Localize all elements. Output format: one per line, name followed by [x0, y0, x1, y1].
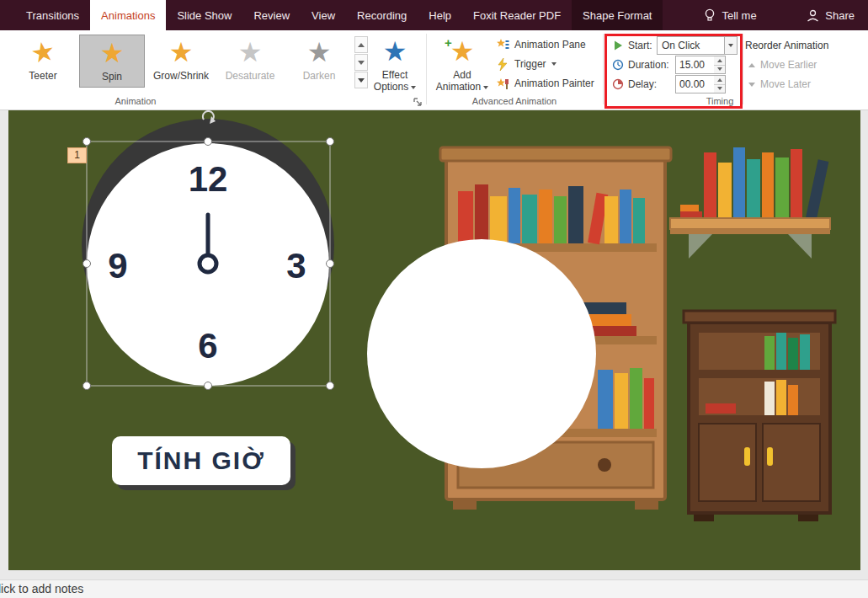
- white-circle-shape[interactable]: [367, 239, 596, 468]
- spin-label: Spin: [80, 71, 144, 83]
- tab-review[interactable]: Review: [242, 0, 301, 30]
- move-later-icon: [748, 83, 755, 87]
- resize-handle[interactable]: [83, 138, 91, 146]
- dialog-launcher-icon[interactable]: [413, 97, 423, 107]
- animation-grow-shrink-button[interactable]: ★ Grow/Shrink: [148, 35, 214, 88]
- group-separator: [603, 34, 604, 104]
- delay-spinner[interactable]: [714, 75, 726, 93]
- add-animation-label-1: Add: [434, 69, 490, 81]
- duration-spin-down[interactable]: [714, 66, 725, 74]
- effect-options-label-2: Options: [374, 81, 408, 93]
- resize-handle[interactable]: [83, 382, 91, 390]
- tell-me-label: Tell me: [722, 9, 756, 22]
- group-label-animation: Animation: [102, 96, 169, 108]
- chevron-down-icon: [483, 86, 488, 89]
- menubar: Transitions Animations Slide Show Review…: [0, 0, 868, 30]
- spin-star-icon: ★: [80, 35, 144, 71]
- start-dropdown[interactable]: On Click: [657, 36, 738, 55]
- delay-spin-down[interactable]: [714, 85, 725, 93]
- animation-pane-icon: [497, 39, 509, 51]
- darken-star-icon: ★: [286, 35, 352, 70]
- resize-handle[interactable]: [205, 382, 212, 390]
- resize-handle[interactable]: [327, 260, 334, 268]
- triangle-down-icon: [358, 61, 365, 65]
- duration-spinner[interactable]: [714, 56, 726, 74]
- delay-label: Delay:: [628, 78, 657, 90]
- desaturate-star-icon: ★: [217, 35, 283, 70]
- chevron-down-icon: [728, 44, 733, 47]
- plus-icon: +: [445, 35, 452, 50]
- trigger-button[interactable]: Trigger: [497, 56, 556, 72]
- clock-number-3: 3: [286, 246, 306, 286]
- tab-help[interactable]: Help: [418, 0, 462, 30]
- animation-darken-button[interactable]: ★ Darken: [286, 35, 352, 88]
- tab-slide-show[interactable]: Slide Show: [166, 0, 242, 30]
- chevron-down-icon: [551, 62, 556, 66]
- darken-label: Darken: [286, 70, 352, 82]
- start-play-icon: [612, 40, 624, 51]
- lightbulb-icon: [704, 8, 716, 23]
- grow-shrink-label: Grow/Shrink: [148, 70, 214, 82]
- person-icon: [807, 9, 819, 22]
- animation-painter-button[interactable]: Animation Painter: [497, 75, 594, 92]
- gallery-scroll-down-button[interactable]: [354, 54, 368, 71]
- clock-number-9: 9: [108, 246, 127, 286]
- move-earlier-label: Move Earlier: [760, 59, 817, 71]
- tab-animations[interactable]: Animations: [90, 0, 166, 30]
- gallery-more-button[interactable]: [354, 72, 368, 88]
- delay-spin-up[interactable]: [714, 76, 725, 85]
- more-icon: [358, 78, 365, 83]
- group-label-timing: Timing: [686, 96, 754, 108]
- move-earlier-button[interactable]: Move Earlier: [748, 59, 817, 71]
- resize-handle[interactable]: [327, 382, 334, 390]
- animation-pane-button[interactable]: Animation Pane: [497, 36, 586, 53]
- wall-shelf-shape[interactable]: [670, 147, 830, 259]
- notes-bar[interactable]: lick to add notes: [0, 579, 868, 598]
- tab-tell-me[interactable]: Tell me: [693, 0, 767, 30]
- resize-handle[interactable]: [327, 138, 334, 146]
- animation-teeter-button[interactable]: ★ Teeter: [10, 35, 76, 88]
- delay-input[interactable]: [675, 75, 715, 93]
- triangle-down-icon: [717, 87, 722, 90]
- move-later-label: Move Later: [760, 78, 811, 90]
- cabinet-shape[interactable]: [684, 311, 835, 521]
- effect-options-star-icon: ★: [367, 34, 423, 69]
- trigger-label: Trigger: [514, 58, 546, 70]
- slide-canvas[interactable]: 12 3 6 9 1 TÍNH GIỜ: [8, 110, 860, 570]
- tab-recording[interactable]: Recording: [346, 0, 418, 30]
- duration-label: Duration:: [628, 59, 669, 71]
- powerpoint-window: Transitions Animations Slide Show Review…: [0, 0, 868, 598]
- start-dropdown-button[interactable]: [724, 37, 737, 54]
- start-value: On Click: [658, 37, 724, 54]
- move-later-button[interactable]: Move Later: [748, 78, 811, 90]
- add-animation-star-icon: ★: [434, 34, 490, 69]
- group-separator: [743, 34, 743, 104]
- animation-painter-icon: [497, 77, 509, 90]
- animation-desaturate-button[interactable]: ★ Desaturate: [217, 35, 283, 88]
- teeter-star-icon: ★: [8, 29, 78, 76]
- tab-foxit-reader-pdf[interactable]: Foxit Reader PDF: [462, 0, 572, 30]
- sign-shape[interactable]: TÍNH GIỜ: [112, 436, 290, 485]
- animation-spin-button[interactable]: ★ Spin: [79, 35, 145, 88]
- animation-order-badge[interactable]: 1: [67, 147, 87, 163]
- duration-spin-up[interactable]: [714, 56, 725, 66]
- tab-view[interactable]: View: [301, 0, 346, 30]
- clock-center: [200, 255, 216, 272]
- tab-transitions[interactable]: Transitions: [15, 0, 90, 30]
- resize-handle[interactable]: [83, 260, 91, 268]
- delay-clock-icon: [612, 78, 624, 90]
- sign-label: TÍNH GIỜ: [137, 446, 265, 475]
- tab-shape-format[interactable]: Shape Format: [572, 0, 663, 30]
- slide-area: 12 3 6 9 1 TÍNH GIỜ: [0, 110, 868, 579]
- start-label: Start:: [628, 40, 652, 51]
- duration-clock-icon: [612, 59, 624, 71]
- gallery-scroll-up-button[interactable]: [354, 36, 368, 53]
- chevron-down-icon: [411, 86, 416, 89]
- triangle-down-icon: [717, 67, 722, 71]
- resize-handle[interactable]: [205, 138, 212, 146]
- duration-input[interactable]: [675, 56, 715, 74]
- clock-number-6: 6: [198, 326, 217, 366]
- group-separator: [426, 34, 427, 104]
- share-button[interactable]: Share: [807, 0, 868, 30]
- animation-pane-label: Animation Pane: [514, 39, 586, 51]
